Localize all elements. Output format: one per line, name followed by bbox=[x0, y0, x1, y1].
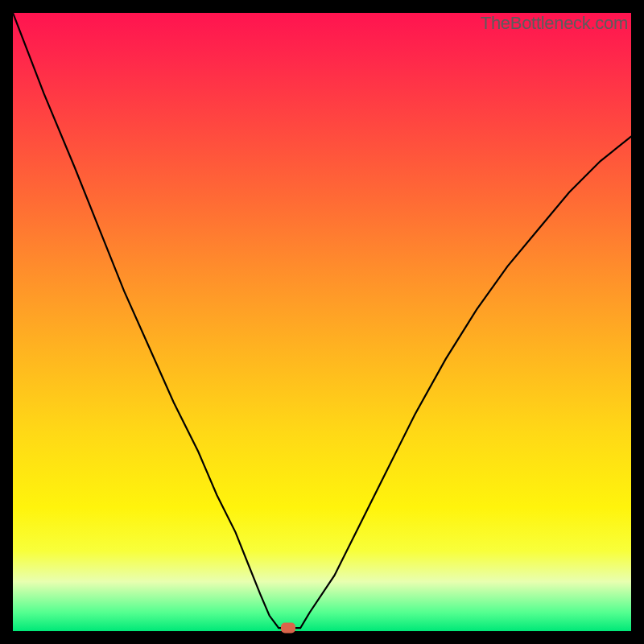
chart-frame: TheBottleneck.com bbox=[0, 0, 644, 644]
curve-path bbox=[13, 13, 631, 628]
bottleneck-curve bbox=[13, 13, 631, 631]
plot-area: TheBottleneck.com bbox=[13, 13, 631, 631]
optimal-point-marker bbox=[281, 623, 295, 634]
